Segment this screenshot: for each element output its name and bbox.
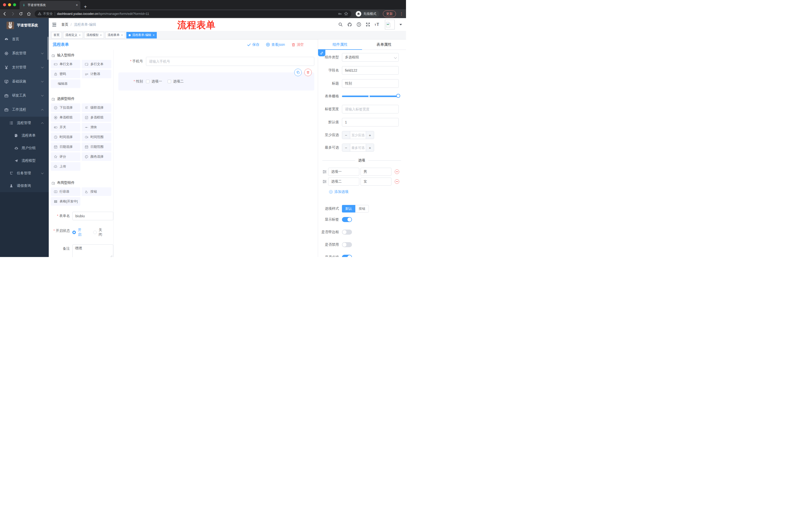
- url-field[interactable]: 不安全 dashboard.yudao.iocoder.cn/bpm/manag…: [35, 10, 351, 17]
- add-option-button[interactable]: 添加选项: [328, 189, 350, 194]
- radio-on-label[interactable]: 开启: [78, 228, 85, 237]
- tag-process-form[interactable]: 流程表单×: [105, 32, 125, 38]
- sidebar-item-process-mgmt[interactable]: 流程管理: [0, 117, 49, 129]
- option-1-label-input[interactable]: [328, 168, 359, 176]
- view-json-button[interactable]: 查看json: [266, 43, 285, 47]
- component-time-picker[interactable]: 时间选择: [51, 133, 80, 141]
- slider-handle[interactable]: [396, 94, 400, 98]
- form-remark-textarea[interactable]: 嘿嘿: [72, 244, 113, 257]
- plus-button[interactable]: +: [366, 144, 374, 152]
- component-button[interactable]: 按钮: [82, 187, 111, 196]
- bookmark-star-icon[interactable]: [344, 11, 348, 16]
- component-single-line-text[interactable]: 单行文本: [51, 60, 80, 69]
- gender-option-1[interactable]: 选项一: [146, 79, 162, 84]
- component-upload[interactable]: 上传: [51, 162, 80, 171]
- canvas-field-phone[interactable]: 手机号: [118, 57, 314, 66]
- component-slider[interactable]: 滑块: [82, 123, 111, 132]
- github-icon[interactable]: [347, 22, 352, 27]
- component-type-select[interactable]: [342, 53, 399, 62]
- remove-option-button[interactable]: [395, 179, 399, 184]
- collapse-sidebar-icon[interactable]: [52, 22, 57, 27]
- sidebar-item-process-form[interactable]: 流程表单: [0, 129, 49, 142]
- sidebar-item-pay[interactable]: 支付管理: [0, 60, 49, 75]
- required-toggle[interactable]: [342, 255, 352, 257]
- sidebar-scrollbar[interactable]: [48, 37, 49, 60]
- component-row-container[interactable]: 行容器: [51, 187, 80, 196]
- sidebar-item-process-model[interactable]: 流程模型: [0, 154, 49, 167]
- sidebar-item-system[interactable]: 系统管理: [0, 46, 49, 60]
- show-label-toggle[interactable]: [342, 217, 352, 222]
- minimize-window-button[interactable]: [8, 3, 11, 6]
- component-counter[interactable]: 123 计数器: [82, 70, 111, 78]
- remove-option-button[interactable]: [395, 169, 399, 174]
- tag-process-model[interactable]: 流程模型×: [84, 32, 104, 38]
- minus-button[interactable]: −: [342, 131, 350, 139]
- checkbox[interactable]: [168, 80, 171, 83]
- tag-process-form-edit[interactable]: 流程表单-编辑×: [126, 32, 157, 38]
- sidebar-item-home[interactable]: 首页: [0, 32, 49, 46]
- avatar[interactable]: [385, 20, 395, 29]
- default-value-input[interactable]: [342, 118, 399, 127]
- min-select-input[interactable]: [350, 131, 366, 139]
- radio-off-label[interactable]: 关闭: [99, 228, 106, 237]
- sidebar-item-workflow[interactable]: 工作流程: [0, 103, 49, 117]
- drag-handle-icon[interactable]: [322, 179, 327, 184]
- checkbox[interactable]: [146, 80, 149, 83]
- key-icon[interactable]: [338, 12, 342, 16]
- style-button-button[interactable]: 按钮: [355, 205, 369, 213]
- browser-menu-icon[interactable]: ⋮: [400, 11, 404, 16]
- security-chip[interactable]: 不安全: [38, 11, 53, 16]
- textarea-resize-handle[interactable]: [110, 255, 112, 257]
- browser-update-button[interactable]: 更新: [383, 10, 396, 17]
- form-grid-slider[interactable]: [342, 96, 398, 97]
- option-1-value-input[interactable]: [360, 168, 392, 176]
- copy-field-button[interactable]: [294, 69, 302, 76]
- component-type-value[interactable]: [342, 53, 399, 62]
- sidebar-item-infra[interactable]: 基础设施: [0, 75, 49, 88]
- component-editor[interactable]: 编辑器: [51, 79, 80, 88]
- radio-off[interactable]: [93, 231, 97, 234]
- max-select-input[interactable]: [350, 144, 366, 152]
- option-2-label-input[interactable]: [328, 178, 359, 186]
- component-password[interactable]: 密码: [51, 70, 80, 78]
- radio-on[interactable]: [72, 231, 76, 234]
- help-icon[interactable]: [356, 22, 361, 27]
- tab-form-props[interactable]: 表单属性: [362, 39, 406, 50]
- maximize-window-button[interactable]: [13, 3, 16, 6]
- title-input[interactable]: [342, 79, 399, 88]
- close-icon[interactable]: ×: [100, 33, 102, 37]
- plus-button[interactable]: +: [366, 131, 374, 139]
- component-table-dev[interactable]: 表格[开发中]: [51, 197, 80, 206]
- delete-field-button[interactable]: [304, 69, 312, 76]
- close-icon[interactable]: ×: [121, 33, 123, 37]
- tag-process-definition[interactable]: 流程定义×: [63, 32, 83, 38]
- canvas-field-gender-selected[interactable]: 性别 选项一 选项二: [118, 73, 314, 90]
- new-tab-button[interactable]: +: [84, 4, 87, 9]
- search-icon[interactable]: [338, 22, 343, 27]
- window-controls[interactable]: [0, 0, 20, 9]
- sidebar-item-dev[interactable]: 研发工具: [0, 88, 49, 103]
- component-cascader[interactable]: 级联选择: [82, 103, 111, 112]
- caret-down-icon[interactable]: [400, 24, 402, 25]
- label-width-input[interactable]: [342, 105, 399, 113]
- tab-component-props[interactable]: 组件属性: [318, 39, 362, 50]
- close-window-button[interactable]: [3, 3, 6, 6]
- sidebar-item-task-mgmt[interactable]: 任务管理: [0, 167, 49, 180]
- component-date-range[interactable]: 日期范围: [82, 142, 111, 151]
- close-icon[interactable]: ×: [153, 33, 154, 37]
- border-toggle[interactable]: [342, 229, 352, 235]
- tab-close-icon[interactable]: ×: [76, 3, 78, 7]
- save-button[interactable]: 保存: [247, 43, 259, 47]
- disabled-toggle[interactable]: [342, 242, 352, 247]
- component-checkbox-group[interactable]: 多选框组: [82, 113, 111, 122]
- fullscreen-icon[interactable]: [366, 22, 370, 27]
- component-switch[interactable]: 开关: [51, 123, 80, 132]
- browser-tab[interactable]: 芋道管理系统 ×: [20, 1, 80, 9]
- font-size-icon[interactable]: TT: [375, 22, 381, 27]
- component-multi-line-text[interactable]: 多行文本: [82, 60, 111, 69]
- forward-icon[interactable]: [10, 11, 15, 16]
- reload-icon[interactable]: [19, 11, 23, 16]
- sidebar-item-leave-query[interactable]: 请假查询: [0, 180, 49, 192]
- home-icon[interactable]: [27, 11, 31, 16]
- component-color-picker[interactable]: 颜色选择: [82, 153, 111, 161]
